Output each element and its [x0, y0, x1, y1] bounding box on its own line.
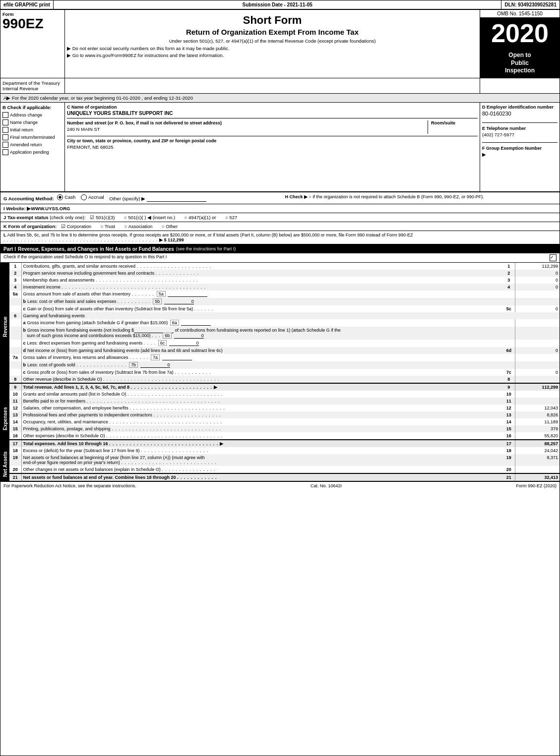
table-row: 17 Total expenses. Add lines 10 through … — [9, 440, 560, 447]
line-16-desc: Other expenses (describe in Schedule O) … — [21, 432, 503, 440]
checkbox-initial-return-box[interactable] — [2, 127, 8, 133]
checkbox-amended-return-box[interactable] — [2, 142, 8, 148]
line-5c-num — [9, 305, 21, 312]
k-corp-radio[interactable]: ☑ Corporation — [61, 224, 91, 229]
other-label: Other (specify) ▶ — [109, 196, 145, 201]
c-label: C Name of organization — [67, 105, 478, 110]
ein-value: 80-0160230 — [482, 111, 558, 116]
dln: DLN: 93492309025281 — [501, 0, 560, 9]
line-3-desc: Membership dues and assessments . . . . … — [21, 277, 503, 284]
line-20-amount — [515, 466, 560, 473]
line-14-amount: 11,189 — [515, 418, 560, 425]
line-13-ref: 13 — [503, 411, 515, 418]
line-14-desc: Occupancy, rent, utilities, and maintena… — [21, 418, 503, 425]
line-11-num: 11 — [9, 398, 21, 405]
line-11-ref: 11 — [503, 398, 515, 405]
line-6-desc: Gaming and fundraising events — [21, 312, 560, 319]
line-7b-ref — [503, 361, 515, 369]
line-6d-ref: 6d — [503, 347, 515, 354]
k-trust-radio[interactable]: ○ Trust — [101, 224, 116, 229]
line-13-num: 13 — [9, 411, 21, 418]
net-assets-side-label: Net Assets — [0, 447, 9, 481]
expenses-table: 10 Grants and similar amounts paid (list… — [9, 391, 560, 447]
line-17-ref: 17 — [503, 440, 515, 447]
checkbox-final-return[interactable]: Final return/terminated — [2, 134, 62, 140]
cash-label: Cash — [64, 194, 75, 200]
line-19-amount: 8,371 — [515, 454, 560, 466]
table-row: 5a Gross amount from sale of assets othe… — [9, 291, 560, 298]
f-label: F Group Exemption Number — [482, 146, 558, 151]
part1-header: Part I Revenue, Expenses, and Changes in… — [0, 245, 560, 253]
line-18-num: 18 — [9, 447, 21, 454]
address-value: 240 N MAIN ST — [67, 126, 425, 132]
k-label: K Form of organization: — [3, 224, 57, 229]
checkbox-address-change[interactable]: Address change — [2, 112, 62, 118]
other-field[interactable] — [147, 196, 206, 202]
line-6b-desc: bGross income from fundraising events (n… — [21, 327, 503, 340]
checkbox-name-change-box[interactable] — [2, 119, 8, 125]
line-5b-desc: bLess: cost or other basis and sales exp… — [21, 298, 503, 305]
line-19-desc: Net assets or fund balances at beginning… — [21, 454, 503, 466]
part1-check-row: Check if the organization used Schedule … — [0, 253, 560, 263]
line-19-num: 19 — [9, 454, 21, 466]
part1-title: Revenue, Expenses, and Changes in Net As… — [18, 246, 174, 252]
line-12-desc: Salaries, other compensation, and employ… — [21, 405, 503, 411]
j-4947-radio[interactable]: ○ 4947(a)(1) or — [185, 215, 216, 220]
checkbox-final-return-box[interactable] — [2, 134, 8, 140]
city-label: City or town, state or province, country… — [67, 138, 478, 143]
line-20-desc: Other changes in net assets or fund bala… — [21, 466, 503, 473]
table-row: 9 Total revenue. Add lines 1, 2, 3, 4, 5… — [9, 383, 560, 391]
table-row: bLess: cost of goods sold . . . . . . . … — [9, 361, 560, 369]
line-16-num: 16 — [9, 432, 21, 440]
g-left: G Accounting Method: Cash Accrual Other … — [3, 194, 275, 202]
checkbox-application-pending-label: Application pending — [10, 150, 49, 155]
line-14-num: 14 — [9, 418, 21, 425]
k-assoc-radio[interactable]: ○ Association — [124, 224, 152, 229]
line-5a-amount — [515, 291, 560, 298]
cash-radio[interactable]: Cash — [57, 194, 75, 200]
line-7c-ref: 7c — [503, 369, 515, 376]
j-label: J Tax-exempt status (check only one): — [3, 215, 86, 220]
org-name: UNIQUELY YOURS STABILITY SUPPORT INC — [67, 111, 478, 116]
table-row: 13 Professional fees and other payments … — [9, 411, 560, 418]
j-527-radio[interactable]: ○ 527 — [225, 215, 237, 220]
cash-radio-box[interactable] — [57, 194, 63, 200]
line-19-ref: 19 — [503, 454, 515, 466]
h-label: H Check ▶ — [285, 194, 308, 199]
open-badge: Open toPublicInspection — [480, 49, 560, 78]
k-other-radio[interactable]: ○ Other — [162, 224, 178, 229]
checkbox-initial-return[interactable]: Initial return — [2, 127, 62, 133]
revenue-side-label: Revenue — [0, 263, 9, 391]
line-2-num: 2 — [9, 270, 21, 277]
checkbox-application-pending[interactable]: Application pending — [2, 149, 62, 155]
line-2-ref: 2 — [503, 270, 515, 277]
notice2-text: ▶ Go to www.irs.gov/Form990EZ for instru… — [67, 53, 224, 58]
j-501c-radio[interactable]: ○ 501(c)( ) ◀ (insert no.) — [124, 215, 175, 220]
j-501c3-radio[interactable]: ☑ 501(c)(3) — [90, 215, 115, 220]
line-4-ref: 4 — [503, 284, 515, 291]
notice2: ▶ Go to www.irs.gov/Form990EZ for instru… — [67, 53, 478, 58]
form-title-section: Short Form Return of Organization Exempt… — [65, 10, 480, 78]
line-6c-desc: cLess: direct expenses from gaming and f… — [21, 340, 503, 347]
org-info-section: C Name of organization UNIQUELY YOURS ST… — [65, 103, 480, 191]
checkbox-amended-return-label: Amended return — [10, 142, 42, 147]
line-7b-desc: bLess: cost of goods sold . . . . . . . … — [21, 361, 503, 369]
revenue-section: Revenue 1 Contributions, gifts, grants, … — [0, 263, 560, 391]
checkbox-name-change[interactable]: Name change — [2, 119, 62, 125]
accrual-radio[interactable]: Accrual — [81, 194, 104, 200]
line-11-amount — [515, 398, 560, 405]
checkbox-address-change-box[interactable] — [2, 112, 8, 118]
line-1-ref: 1 — [503, 263, 515, 270]
year-badge: 2020 — [480, 18, 560, 49]
line-21-ref: 21 — [503, 473, 515, 481]
checkbox-amended-return[interactable]: Amended return — [2, 142, 62, 148]
accrual-radio-box[interactable] — [81, 194, 87, 200]
line-5c-desc: cGain or (loss) from sale of assets othe… — [21, 305, 503, 312]
line-18-ref: 18 — [503, 447, 515, 454]
cat-no: Cat. No. 10642I — [311, 483, 342, 488]
line-6b-num — [9, 327, 21, 340]
h-text: ○ if the organization is not required to… — [309, 194, 484, 199]
table-row: 12 Salaries, other compensation, and emp… — [9, 405, 560, 411]
part1-check-box[interactable]: ✓ — [550, 254, 557, 261]
checkbox-application-pending-box[interactable] — [2, 149, 8, 155]
